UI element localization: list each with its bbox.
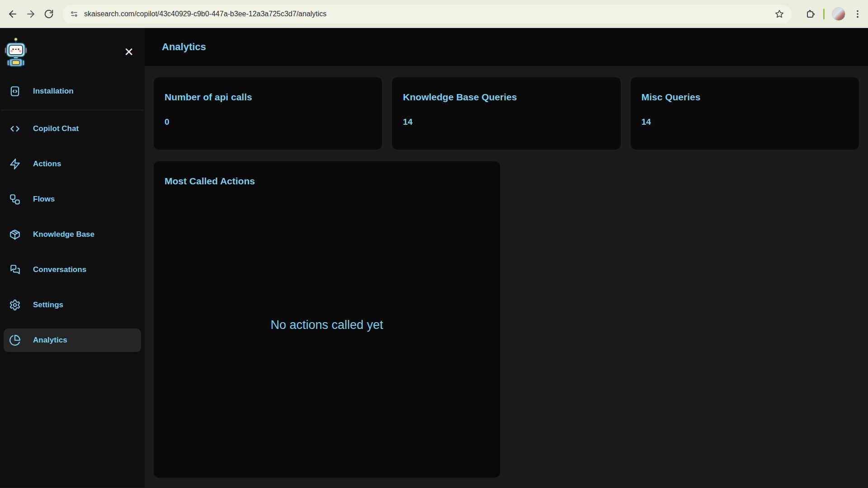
code-square-icon — [9, 85, 21, 97]
stat-value: 14 — [642, 117, 848, 127]
stat-card-api-calls: Number of api calls 0 — [154, 77, 382, 150]
sidebar-item-label: Copilot Chat — [33, 124, 79, 133]
stat-value: 14 — [403, 117, 609, 127]
toolbar-right-cluster — [805, 7, 863, 21]
stat-title: Knowledge Base Queries — [403, 92, 609, 103]
back-arrow-icon — [7, 9, 18, 19]
page-header: Analytics — [145, 28, 868, 66]
address-bar[interactable]: skaisearch.com/copilot/43c40929-c9b0-447… — [62, 5, 792, 23]
sidebar-nav: Installation Copilot Chat Actions Fl — [0, 76, 145, 364]
sidebar-item-settings[interactable]: Settings — [4, 293, 141, 317]
workflow-icon — [9, 193, 21, 205]
sidebar-item-label: Settings — [33, 300, 63, 310]
sidebar-close-icon[interactable]: ✕ — [124, 46, 134, 58]
sidebar-header: ✕ — [0, 28, 145, 76]
sidebar-item-label: Knowledge Base — [33, 230, 94, 239]
sidebar-item-knowledge-base[interactable]: Knowledge Base — [4, 223, 141, 246]
toolbar-divider — [823, 9, 825, 19]
sidebar-item-conversations[interactable]: Conversations — [4, 258, 141, 282]
stat-title: Misc Queries — [642, 92, 848, 103]
sidebar-item-label: Flows — [33, 195, 55, 204]
browser-toolbar: skaisearch.com/copilot/43c40929-c9b0-447… — [0, 0, 868, 28]
empty-state-message: No actions called yet — [270, 318, 383, 332]
main-area: Analytics Number of api calls 0 Knowledg… — [145, 28, 868, 488]
stat-value: 0 — [165, 117, 371, 127]
sidebar-item-label: Actions — [33, 160, 61, 169]
sidebar: ✕ Installation Copilot Chat Acti — [0, 28, 145, 488]
stat-card-kb-queries: Knowledge Base Queries 14 — [392, 77, 620, 150]
sidebar-separator — [1, 110, 144, 110]
pie-chart-icon — [9, 334, 21, 346]
bookmark-star-icon[interactable] — [774, 9, 784, 19]
stats-row: Number of api calls 0 Knowledge Base Que… — [154, 77, 859, 150]
chat-bubbles-icon — [9, 264, 21, 276]
refresh-icon — [44, 9, 54, 19]
sidebar-item-copilot-chat[interactable]: Copilot Chat — [4, 117, 141, 141]
refresh-button[interactable] — [40, 5, 58, 23]
stat-title: Number of api calls — [165, 92, 371, 103]
site-info-icon[interactable] — [70, 9, 79, 19]
actions-card-title: Most Called Actions — [165, 176, 489, 187]
sidebar-item-actions[interactable]: Actions — [4, 152, 141, 176]
stat-card-misc-queries: Misc Queries 14 — [631, 77, 859, 150]
sidebar-item-label: Analytics — [33, 336, 67, 345]
back-button[interactable] — [4, 5, 22, 23]
browser-menu-icon[interactable] — [853, 9, 863, 19]
robot-logo — [5, 37, 27, 67]
sidebar-item-installation[interactable]: Installation — [4, 80, 141, 103]
sidebar-item-analytics[interactable]: Analytics — [4, 328, 141, 352]
sidebar-item-label: Conversations — [33, 265, 86, 274]
forward-button[interactable] — [22, 5, 40, 23]
most-called-actions-card: Most Called Actions No actions called ye… — [154, 161, 500, 478]
empty-state: No actions called yet — [165, 187, 489, 463]
sidebar-item-label: Installation — [33, 87, 74, 96]
content: Number of api calls 0 Knowledge Base Que… — [145, 66, 868, 488]
sidebar-item-flows[interactable]: Flows — [4, 188, 141, 211]
extensions-puzzle-icon[interactable] — [805, 9, 816, 19]
zap-icon — [9, 158, 21, 170]
cube-icon — [9, 229, 21, 240]
gear-icon — [9, 299, 21, 311]
page-title: Analytics — [162, 41, 206, 53]
code-icon — [9, 123, 21, 135]
url-text[interactable]: skaisearch.com/copilot/43c40929-c9b0-447… — [84, 10, 774, 18]
forward-arrow-icon — [25, 9, 36, 19]
profile-avatar[interactable] — [832, 7, 845, 21]
